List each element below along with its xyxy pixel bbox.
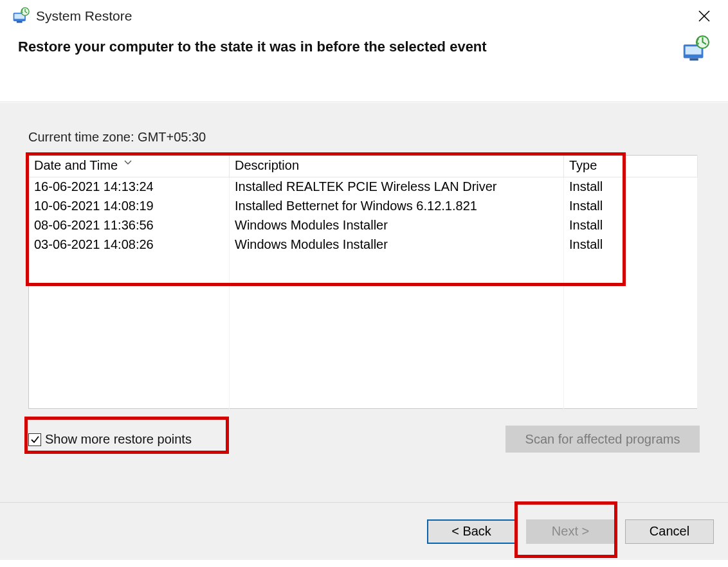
system-restore-icon bbox=[12, 7, 30, 25]
system-restore-large-icon bbox=[680, 35, 710, 64]
cell-description: Windows Modules Installer bbox=[230, 235, 564, 255]
col-header-description[interactable]: Description bbox=[230, 156, 564, 177]
table-row-empty bbox=[29, 351, 698, 370]
page-heading: Restore your computer to the state it wa… bbox=[18, 37, 674, 57]
table-row[interactable]: 16-06-2021 14:13:24 Installed REALTEK PC… bbox=[29, 177, 698, 197]
system-restore-window: System Restore Restore your computer to … bbox=[0, 0, 728, 567]
cell-type: Install bbox=[564, 235, 698, 255]
svg-rect-2 bbox=[17, 21, 23, 23]
cell-type: Install bbox=[564, 197, 698, 216]
svg-rect-9 bbox=[689, 58, 698, 60]
cell-date: 03-06-2021 14:08:26 bbox=[29, 235, 230, 255]
show-more-checkbox[interactable] bbox=[28, 433, 41, 446]
next-button: Next > bbox=[526, 519, 615, 544]
table-row-empty bbox=[29, 370, 698, 390]
cell-date: 08-06-2021 11:36:56 bbox=[29, 216, 230, 235]
back-button[interactable]: < Back bbox=[427, 519, 516, 544]
scan-affected-button: Scan for affected programs bbox=[505, 426, 700, 453]
show-more-label[interactable]: Show more restore points bbox=[45, 432, 192, 447]
cell-date: 16-06-2021 14:13:24 bbox=[29, 177, 230, 197]
sort-descending-icon bbox=[124, 154, 132, 168]
restore-points-table[interactable]: Date and Time Description Type 16-06-202… bbox=[28, 155, 698, 409]
wizard-footer: < Back Next > Cancel bbox=[0, 502, 728, 560]
close-button[interactable] bbox=[688, 0, 720, 32]
cell-type: Install bbox=[564, 216, 698, 235]
timezone-label: Current time zone: GMT+05:30 bbox=[28, 130, 700, 145]
window-title: System Restore bbox=[36, 8, 688, 24]
table-header-row[interactable]: Date and Time Description Type bbox=[29, 156, 698, 177]
cell-date: 10-06-2021 14:08:19 bbox=[29, 197, 230, 216]
cell-description: Windows Modules Installer bbox=[230, 216, 564, 235]
table-row-empty bbox=[29, 332, 698, 351]
wizard-content: Current time zone: GMT+05:30 Date and Ti… bbox=[0, 102, 728, 502]
wizard-header: Restore your computer to the state it wa… bbox=[0, 32, 728, 64]
cell-type: Install bbox=[564, 177, 698, 197]
table-row[interactable]: 03-06-2021 14:08:26 Windows Modules Inst… bbox=[29, 235, 698, 255]
titlebar: System Restore bbox=[0, 0, 728, 32]
table-row[interactable]: 10-06-2021 14:08:19 Installed Betternet … bbox=[29, 197, 698, 216]
col-header-date[interactable]: Date and Time bbox=[29, 156, 230, 177]
table-row-empty bbox=[29, 274, 698, 293]
cancel-button[interactable]: Cancel bbox=[625, 519, 714, 544]
table-row[interactable]: 08-06-2021 11:36:56 Windows Modules Inst… bbox=[29, 216, 698, 235]
table-row-empty bbox=[29, 255, 698, 274]
cell-description: Installed Betternet for Windows 6.12.1.8… bbox=[230, 197, 564, 216]
cell-description: Installed REALTEK PCIE Wireless LAN Driv… bbox=[230, 177, 564, 197]
table-row-empty bbox=[29, 390, 698, 409]
col-header-type[interactable]: Type bbox=[564, 156, 698, 177]
col-header-date-label: Date and Time bbox=[34, 158, 118, 172]
table-row-empty bbox=[29, 312, 698, 332]
table-row-empty bbox=[29, 293, 698, 312]
